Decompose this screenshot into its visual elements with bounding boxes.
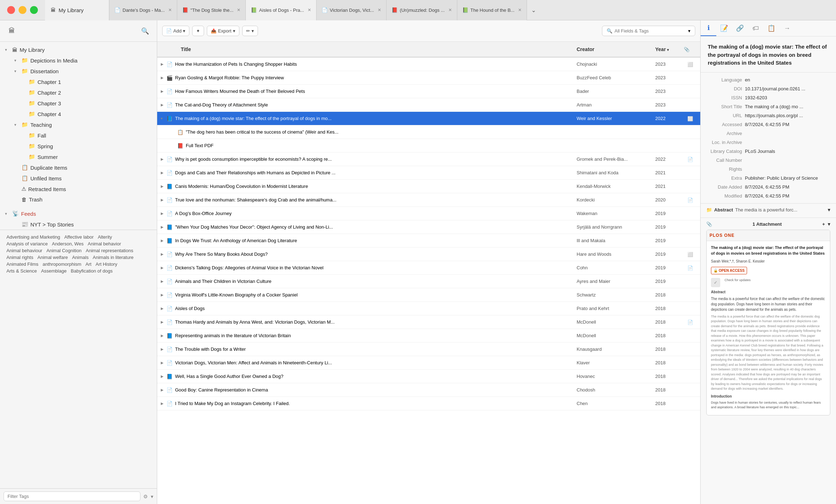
sidebar-item-teaching[interactable]: ▾ 📁 Teaching [0, 119, 157, 130]
tag-animal-behavior[interactable]: Animal behavior [88, 241, 121, 246]
row-expand[interactable]: ▶ [161, 361, 166, 365]
row-expand[interactable]: ▶ [161, 401, 166, 405]
search-input[interactable] [614, 28, 686, 34]
sidebar-item-feeds[interactable]: ▾ 📡 Feeds [0, 208, 157, 219]
attachment-add-icon[interactable]: + [822, 221, 825, 227]
row-expand[interactable]: ▶ [161, 171, 166, 175]
wand-button[interactable]: ✦ [192, 26, 204, 36]
row-expand[interactable]: ▶ [161, 157, 166, 161]
tag-art[interactable]: Art [85, 261, 91, 267]
table-row[interactable]: ▶ 📄 Why is pet goods consumption imperce… [157, 153, 700, 166]
row-expand[interactable]: ▶ [161, 266, 166, 270]
row-expand[interactable]: ▶ [161, 334, 166, 338]
sidebar-item-fall[interactable]: 📁 Fall [0, 130, 157, 141]
table-row[interactable]: ▶ 📄 How the Humanization of Pets Is Chan… [157, 58, 700, 71]
tab-close-5[interactable]: ✕ [448, 8, 452, 13]
row-expand[interactable]: ▶ [161, 388, 166, 392]
row-expand[interactable]: ▶ [161, 103, 166, 107]
abstract-header[interactable]: 📁 Abstract The media is a powerful forc.… [706, 207, 830, 213]
row-expand[interactable]: ▶ [161, 225, 166, 229]
tag-art-history[interactable]: Art History [95, 261, 117, 267]
table-row[interactable]: ▶ 📄 True love and the nonhuman: Shakespe… [157, 193, 700, 207]
tab-dantes-dogs[interactable]: 📄 Dante's Dogs - Ma... ✕ [109, 0, 177, 20]
tag-analysis-variance[interactable]: Analysis of variance [6, 241, 48, 246]
table-row[interactable]: ▶ 🎬 Ryan Gosling & Margot Robbie: The Pu… [157, 71, 700, 85]
sidebar-item-nyt[interactable]: 📰 NYT > Top Stories [0, 219, 157, 230]
search-bar[interactable]: 🔍 ▾ [602, 26, 695, 36]
tab-close-3[interactable]: ✕ [308, 8, 311, 13]
filter-tags-input[interactable] [4, 491, 140, 501]
maximize-button[interactable] [30, 6, 38, 14]
add-button[interactable]: 📄 Add ▾ [162, 26, 189, 36]
tag-babyfication[interactable]: Babyfication of dogs [71, 268, 113, 274]
tag-animal-rights[interactable]: Animal rights [6, 255, 33, 260]
row-expand[interactable]: ▶ [161, 89, 166, 93]
col-header-creator[interactable]: Creator [577, 46, 655, 52]
tab-close-2[interactable]: ✕ [237, 8, 240, 13]
row-expand[interactable]: ▶ [161, 347, 166, 351]
tab-victorian-dogs[interactable]: 📄 Victorian Dogs, Vict... ✕ [317, 0, 387, 20]
sidebar-item-my-library[interactable]: ▾ 🏛 My Library [0, 45, 157, 55]
sidebar-item-retracted[interactable]: ⚠ Retracted Items [0, 184, 157, 194]
new-collection-button[interactable]: 🏛 [5, 24, 19, 38]
row-expand[interactable]: ▶ [161, 306, 166, 310]
tab-aisles-of-dogs[interactable]: 📗 Aisles of Dogs - Pra... ✕ [246, 0, 317, 20]
tag-anderson-wes[interactable]: Anderson, Wes [52, 241, 84, 246]
table-row[interactable]: ▶ 📄 Dogs and Cats and Their Relationship… [157, 166, 700, 180]
right-tab-notes[interactable]: 📋 [763, 20, 779, 36]
table-row[interactable]: ▶ 📘 Canis Modernis: Human/Dog Coevolutio… [157, 180, 700, 193]
tab-close-4[interactable]: ✕ [378, 8, 381, 13]
tag-anthropomorphism[interactable]: anthropomorphism [43, 261, 81, 267]
tag-arts-science[interactable]: Arts & Science [6, 268, 37, 274]
table-row[interactable]: 📋 "The dog hero has been critical to the… [157, 125, 700, 139]
sidebar-item-duplicate[interactable]: 📋 Duplicate Items [0, 162, 157, 173]
sidebar-item-unfiled[interactable]: 📋 Unfiled Items [0, 173, 157, 184]
table-row[interactable]: ▶ 📘 Representing animals in the literatu… [157, 329, 700, 343]
sidebar-item-summer[interactable]: 📁 Summer [0, 151, 157, 162]
close-button[interactable] [7, 6, 15, 14]
tag-animated-films[interactable]: Animated Films [6, 261, 39, 267]
attachment-collapse-icon[interactable]: ▾ [828, 221, 830, 227]
tab-unmuzzled[interactable]: 📕 (Un)muzzled: Dogs ... ✕ [387, 0, 457, 20]
tab-hound[interactable]: 📗 The Hound of the B... ✕ [457, 0, 527, 20]
tag-assemblage[interactable]: Assemblage [41, 268, 67, 274]
table-row[interactable]: ▶ 📄 The Trouble with Dogs for a Writer K… [157, 343, 700, 356]
tag-animal-behaviour[interactable]: Animal behaviour [6, 248, 42, 253]
table-row[interactable]: ▶ 📄 How Famous Writers Mourned the Death… [157, 85, 700, 98]
row-expand[interactable]: ▶ [161, 198, 166, 202]
table-row[interactable]: ▾ 📘 The making of a (dog) movie star: Th… [157, 112, 700, 125]
table-row[interactable]: ▶ 📄 Virginia Woolf's Little-Known Biogra… [157, 288, 700, 302]
attachment-preview[interactable]: PLOS ONE The making of a (dog) movie sta… [706, 230, 830, 415]
row-expand[interactable]: ▶ [161, 211, 166, 215]
tag-affective-labor[interactable]: Affective labor [64, 234, 94, 240]
tab-my-library[interactable]: 🏛 My Library [45, 0, 109, 20]
table-row[interactable]: ▶ 📄 Victorian Dogs, Victorian Men: Affec… [157, 356, 700, 370]
sidebar-item-spring[interactable]: 📁 Spring [0, 141, 157, 151]
table-row[interactable]: ▶ 📄 Why Are There So Many Books About Do… [157, 248, 700, 261]
tab-overflow-button[interactable]: ⌄ [527, 7, 540, 14]
row-expand[interactable]: ▾ [161, 116, 166, 120]
annotate-button[interactable]: ✏ ▾ [242, 26, 258, 36]
row-expand[interactable]: ▶ [161, 293, 166, 297]
row-expand[interactable]: ▶ [161, 374, 166, 378]
sidebar-search-button[interactable]: 🔍 [138, 24, 152, 38]
tag-animals[interactable]: Animals [72, 255, 89, 260]
sidebar-item-chapter3[interactable]: 📁 Chapter 3 [0, 98, 157, 109]
sidebar-item-depictions[interactable]: ▾ 📁 Depictions In Media [0, 55, 157, 66]
row-expand[interactable]: ▶ [161, 62, 166, 66]
tab-close-6[interactable]: ✕ [518, 8, 522, 13]
col-header-year[interactable]: Year ▾ [655, 46, 684, 52]
row-expand[interactable]: ▶ [161, 239, 166, 243]
table-row[interactable]: ▶ 📄 I Tried to Make My Dog an Instagram … [157, 397, 700, 410]
table-row[interactable]: ▶ 📘 "When Your Dog Matches Your Decor": … [157, 220, 700, 234]
filter-icon[interactable]: ⚙ [143, 494, 148, 499]
row-expand[interactable]: ▶ [161, 252, 166, 256]
tag-animal-representations[interactable]: Animal representations [86, 248, 133, 253]
table-row[interactable]: ▶ 📘 In Dogs We Trust: An Anthology of Am… [157, 234, 700, 248]
tab-close-1[interactable]: ✕ [168, 8, 172, 13]
tag-animal-cognition[interactable]: Animal Cognition [46, 248, 81, 253]
right-tab-arrow[interactable]: → [779, 20, 795, 36]
table-row[interactable]: ▶ 📄 Thomas Hardy and Animals by Anna Wes… [157, 315, 700, 329]
col-header-title[interactable]: Title [174, 46, 577, 52]
right-tab-tags[interactable]: 🏷 [748, 20, 763, 36]
